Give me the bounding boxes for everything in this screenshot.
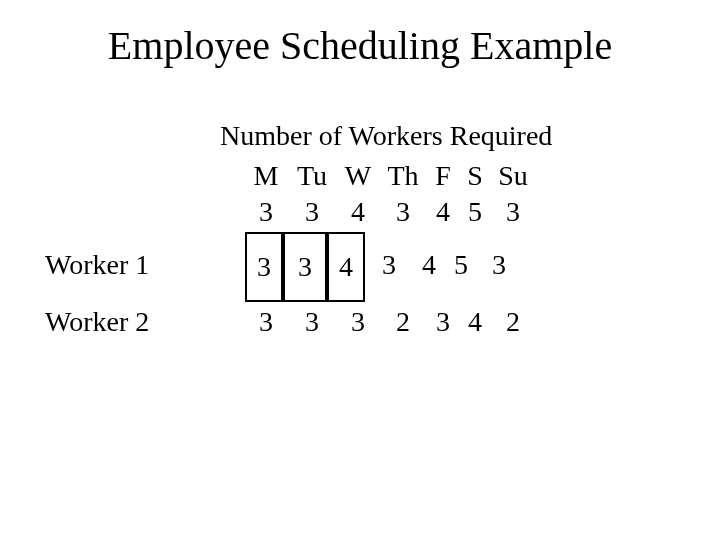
col-header-w: W [337, 158, 379, 194]
worker2-f: 3 [427, 304, 459, 340]
worker1-s: 5 [445, 230, 477, 300]
worker2-su: 2 [491, 304, 535, 340]
col-header-th: Th [379, 158, 427, 194]
col-header-su: Su [491, 158, 535, 194]
worker1-f: 4 [413, 230, 445, 300]
worker1-tu: 3 [283, 232, 327, 302]
table-row: Worker 13343453 [0, 230, 720, 304]
header-row: MTuWThFSSu [0, 158, 720, 194]
required-s: 5 [459, 194, 491, 230]
worker-label: Worker 2 [0, 304, 245, 340]
worker1-th: 3 [365, 230, 413, 300]
required-f: 4 [427, 194, 459, 230]
worker-label: Worker 1 [0, 230, 245, 300]
required-tu: 3 [287, 194, 337, 230]
worker2-w: 3 [337, 304, 379, 340]
col-header-s: S [459, 158, 491, 194]
required-row: 3343453 [0, 194, 720, 230]
required-th: 3 [379, 194, 427, 230]
page-title: Employee Scheduling Example [0, 0, 720, 69]
col-header-tu: Tu [287, 158, 337, 194]
worker2-m: 3 [245, 304, 287, 340]
required-su: 3 [491, 194, 535, 230]
worker1-m: 3 [245, 232, 283, 302]
worker1-su: 3 [477, 230, 521, 300]
worker2-tu: 3 [287, 304, 337, 340]
col-header-m: M [245, 158, 287, 194]
required-m: 3 [245, 194, 287, 230]
required-w: 4 [337, 194, 379, 230]
worker1-w: 4 [327, 232, 365, 302]
col-header-f: F [427, 158, 459, 194]
slide: Employee Scheduling Example Number of Wo… [0, 0, 720, 540]
table-caption: Number of Workers Required [220, 120, 552, 152]
worker2-th: 2 [379, 304, 427, 340]
schedule-table: MTuWThFSSu 3343453 Worker 13343453 Worke… [0, 158, 720, 340]
table-row: Worker 23332342 [0, 304, 720, 340]
worker2-s: 4 [459, 304, 491, 340]
